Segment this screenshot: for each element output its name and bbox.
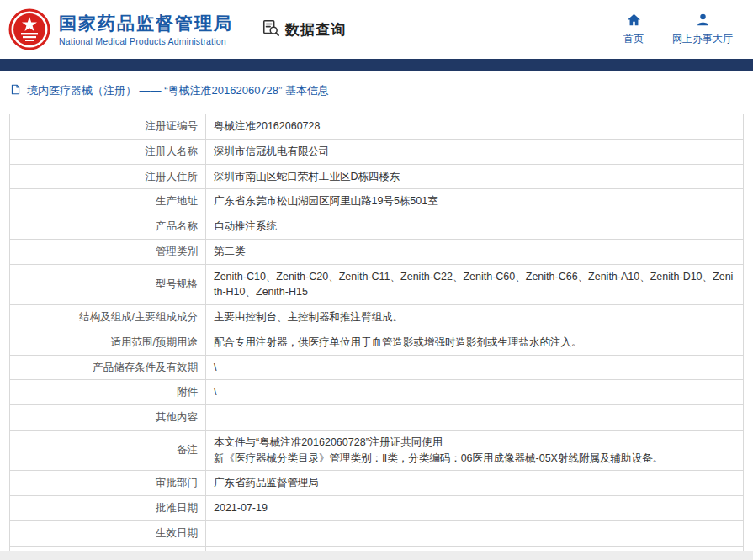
table-row: 备注 本文件与“粤械注准20162060728”注册证共同使用 新《医疗器械分类… — [10, 430, 744, 471]
row-value: 深圳市南山区蛇口荣村工业区D栋四楼东 — [206, 164, 744, 189]
table-row: 产品名称 自动推注系统 — [10, 214, 744, 240]
table-row: 生产地址 广东省东莞市松山湖园区阿里山路19号5栋501室 — [10, 189, 744, 214]
person-icon — [696, 13, 710, 29]
nav-online-hall-label: 网上办事大厅 — [672, 32, 733, 46]
row-label: 生效日期 — [10, 520, 206, 546]
row-label: 型号规格 — [10, 264, 206, 305]
document-icon — [10, 84, 21, 98]
table-row: 生效日期 — [10, 520, 744, 546]
org-titles: 国家药品监督管理局 National Medical Products Admi… — [59, 13, 233, 45]
section-data-query: 数据查询 — [262, 18, 346, 40]
row-label: 审批部门 — [10, 471, 206, 496]
table-row: 注册证编号 粤械注准20162060728 — [10, 114, 744, 140]
row-value: 深圳市信冠机电有限公司 — [206, 139, 744, 164]
table-row: 注册人名称 深圳市信冠机电有限公司 — [10, 139, 744, 164]
nav-home-label: 首页 — [623, 32, 644, 46]
row-label: 管理类别 — [10, 239, 206, 264]
row-value: 自动推注系统 — [206, 214, 744, 240]
row-value: 主要由控制台、主控制器和推注臂组成。 — [206, 305, 744, 330]
table-row: 产品储存条件及有效期 \ — [10, 355, 744, 380]
org-name-cn: 国家药品监督管理局 — [59, 13, 233, 34]
row-value — [206, 405, 744, 431]
home-icon — [627, 13, 641, 29]
row-label: 批准日期 — [10, 496, 206, 521]
row-value: 2021-07-19 — [206, 496, 744, 521]
row-label: 结构及组成/主要组成成分 — [10, 305, 206, 330]
table-row: 结构及组成/主要组成成分 主要由控制台、主控制器和推注臂组成。 — [10, 305, 744, 330]
row-label: 产品名称 — [10, 214, 206, 240]
nav-online-hall[interactable]: 网上办事大厅 — [672, 13, 733, 46]
org-name-en: National Medical Products Administration — [59, 36, 233, 46]
row-value: 本文件与“粤械注准20162060728”注册证共同使用 新《医疗器械分类目录》… — [206, 430, 744, 471]
row-value: 广东省药品监督管理局 — [206, 471, 744, 496]
row-label: 其他内容 — [10, 405, 206, 431]
row-label: 注册证编号 — [10, 114, 206, 140]
table-row: 其他内容 — [10, 405, 744, 431]
header-nav: 首页 网上办事大厅 — [623, 13, 740, 46]
row-label: 产品储存条件及有效期 — [10, 355, 206, 380]
row-value — [206, 520, 744, 546]
row-value: 广东省东莞市松山湖园区阿里山路19号5栋501室 — [206, 189, 744, 214]
section-title: 数据查询 — [285, 20, 346, 40]
footer-strip — [0, 551, 753, 560]
breadcrumb-text: 境内医疗器械（注册） —— “粤械注准20162060728” 基本信息 — [27, 83, 329, 98]
table-row: 批准日期 2021-07-19 — [10, 496, 744, 521]
table-row: 适用范围/预期用途 配合专用注射器，供医疗单位用于血管造影或增强时造影剂或生理盐… — [10, 330, 744, 355]
top-navy-bar — [0, 59, 753, 71]
row-value: Zenith-C10、Zenith-C20、Zenith-C11、Zenith-… — [206, 264, 744, 305]
row-value: \ — [206, 380, 744, 405]
site-header: 国家药品监督管理局 National Medical Products Admi… — [0, 0, 753, 59]
row-value: 粤械注准20162060728 — [206, 114, 744, 140]
table-row: 管理类别 第二类 — [10, 239, 744, 264]
row-label: 附件 — [10, 380, 206, 405]
breadcrumb: 境内医疗器械（注册） —— “粤械注准20162060728” 基本信息 — [0, 71, 753, 108]
row-value: 配合专用注射器，供医疗单位用于血管造影或增强时造影剂或生理盐水的注入。 — [206, 330, 744, 355]
row-value: 第二类 — [206, 239, 744, 264]
nmpa-emblem-logo — [8, 8, 50, 50]
row-label: 注册人住所 — [10, 164, 206, 189]
row-label: 备注 — [10, 430, 206, 471]
data-query-icon — [262, 18, 280, 40]
registration-info-table: 注册证编号 粤械注准20162060728 注册人名称 深圳市信冠机电有限公司 … — [9, 114, 744, 560]
table-row: 注册人住所 深圳市南山区蛇口荣村工业区D栋四楼东 — [10, 164, 744, 189]
row-label: 生产地址 — [10, 189, 206, 214]
row-value: \ — [206, 355, 744, 380]
table-row: 型号规格 Zenith-C10、Zenith-C20、Zenith-C11、Ze… — [10, 264, 744, 305]
nav-home[interactable]: 首页 — [623, 13, 644, 46]
table-row: 审批部门 广东省药品监督管理局 — [10, 471, 744, 496]
row-label: 注册人名称 — [10, 139, 206, 164]
table-row: 附件 \ — [10, 380, 744, 405]
row-label: 适用范围/预期用途 — [10, 330, 206, 355]
